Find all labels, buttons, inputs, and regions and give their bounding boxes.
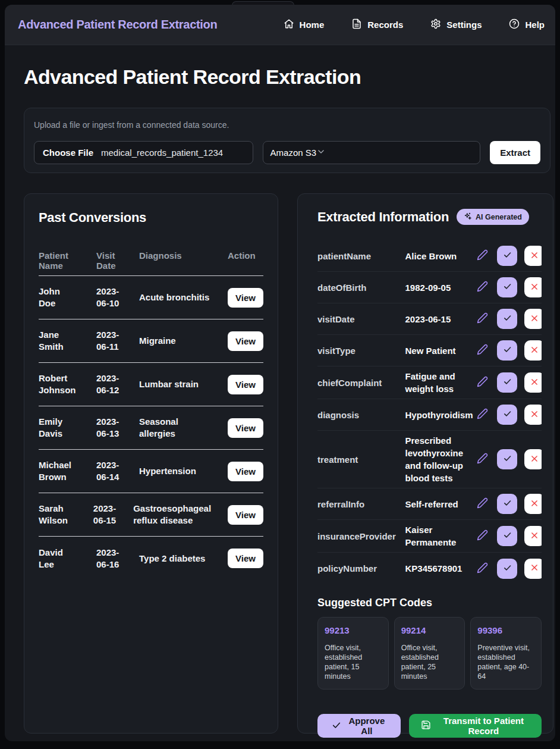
nav-item-label: Help (525, 20, 545, 30)
view-button[interactable]: View (228, 375, 263, 394)
past-conversions-title: Past Conversions (39, 210, 263, 225)
field-row: diagnosis Hypothyroidism (317, 399, 542, 431)
field-row: dateOfBirth 1982-09-05 (317, 272, 542, 303)
approve-field-button[interactable] (497, 309, 517, 329)
upload-card: Upload a file or ingest from a connected… (24, 108, 550, 173)
x-icon (530, 378, 539, 388)
field-key: chiefComplaint (317, 378, 405, 388)
edit-field-button[interactable] (474, 375, 490, 390)
field-key: visitType (317, 346, 405, 356)
reject-field-button[interactable] (524, 559, 542, 579)
field-key: patientName (317, 251, 405, 261)
brand-title: Advanced Patient Record Extraction (18, 18, 217, 32)
view-button[interactable]: View (228, 288, 263, 308)
cpt-card[interactable]: 99213 Office visit, established patient,… (317, 617, 389, 690)
table-row: Sarah Wilson 2023-06-15 Gastroesophageal… (39, 493, 263, 537)
column-header-diagnosis: Diagnosis (139, 250, 228, 271)
view-button[interactable]: View (228, 549, 263, 568)
field-value: 1982-09-05 (405, 281, 474, 294)
edit-field-button[interactable] (474, 528, 490, 544)
approve-field-button[interactable] (497, 277, 517, 297)
nav-item-help[interactable]: Help (509, 18, 545, 32)
nav-item-settings[interactable]: Settings (430, 18, 482, 32)
field-key: diagnosis (317, 410, 405, 420)
edit-field-button[interactable] (474, 280, 490, 295)
extracted-information-title: Extracted Information (317, 209, 449, 225)
file-input[interactable]: Choose File medical_records_patient_1234 (34, 141, 253, 164)
cpt-description: Office visit, established patient, 15 mi… (325, 643, 382, 681)
field-row: policyNumber KP345678901 (317, 553, 542, 584)
reject-field-button[interactable] (524, 449, 542, 469)
check-icon (503, 454, 512, 465)
reject-field-button[interactable] (524, 309, 542, 329)
reject-field-button[interactable] (524, 340, 542, 361)
visit-date-cell: 2023-06-14 (96, 459, 139, 483)
field-row: insuranceProvider Kaiser Permanente (317, 520, 542, 553)
approve-field-button[interactable] (497, 372, 517, 393)
diagnosis-cell: Migraine (139, 335, 228, 347)
approve-field-button[interactable] (497, 405, 517, 425)
field-row: treatment Prescribed levothyroxine and f… (317, 431, 542, 488)
edit-field-button[interactable] (474, 452, 490, 467)
field-value: 2023-06-15 (405, 313, 474, 325)
approve-field-button[interactable] (497, 526, 517, 546)
field-value: KP345678901 (405, 562, 474, 575)
approve-field-button[interactable] (497, 340, 517, 361)
approve-field-button[interactable] (497, 449, 517, 469)
x-icon (530, 531, 539, 541)
choose-file-button[interactable]: Choose File (43, 148, 93, 158)
table-row: Michael Brown 2023-06-14 Hypertension Vi… (39, 450, 263, 493)
field-row: visitType New Patient (317, 335, 542, 366)
cpt-codes-title: Suggested CPT Codes (317, 597, 542, 609)
table-row: Emily Davis 2023-06-13 Seasonal allergie… (39, 406, 263, 450)
pencil-icon (477, 249, 488, 262)
diagnosis-cell: Lumbar strain (139, 378, 228, 390)
field-value: Fatigue and weight loss (405, 370, 474, 395)
patient-name-cell: Jane Smith (39, 329, 96, 353)
reject-field-button[interactable] (524, 526, 542, 546)
field-value: Alice Brown (405, 250, 474, 262)
extracted-information-panel: Extracted Information AI Generated patie… (297, 193, 553, 734)
nav-item-records[interactable]: Records (351, 18, 403, 32)
extract-button[interactable]: Extract (490, 141, 540, 164)
edit-field-button[interactable] (474, 311, 490, 327)
view-button[interactable]: View (228, 462, 263, 481)
edit-field-button[interactable] (474, 407, 490, 422)
edit-field-button[interactable] (474, 248, 490, 264)
cpt-card[interactable]: 99396 Preventive visit, established pati… (470, 617, 542, 690)
nav-item-home[interactable]: Home (284, 18, 325, 32)
x-icon (530, 455, 539, 465)
reject-field-button[interactable] (524, 494, 542, 514)
column-header-patient-name: Patient Name (39, 250, 96, 271)
cpt-code: 99214 (401, 625, 458, 635)
reject-field-button[interactable] (524, 246, 542, 266)
past-conversions-table: Patient Name Visit Date Diagnosis Action… (39, 250, 263, 580)
approve-all-button[interactable]: Approve All (317, 714, 401, 738)
reject-field-button[interactable] (524, 372, 542, 393)
table-row: David Lee 2023-06-16 Type 2 diabetes Vie… (39, 537, 263, 580)
cpt-card[interactable]: 99214 Office visit, established patient,… (394, 617, 465, 690)
approve-field-button[interactable] (497, 494, 517, 514)
transmit-button[interactable]: Transmit to Patient Record (409, 714, 542, 738)
nav-item-label: Home (300, 20, 325, 30)
view-button[interactable]: View (228, 418, 263, 438)
table-row: Robert Johnson 2023-06-12 Lumbar strain … (39, 363, 263, 406)
edit-field-button[interactable] (474, 561, 490, 576)
x-icon (530, 410, 539, 420)
panel-actions: Approve All Transmit to Patient Record (317, 714, 542, 738)
reject-field-button[interactable] (524, 277, 542, 297)
edit-field-button[interactable] (474, 496, 490, 512)
check-icon (503, 282, 512, 293)
pencil-icon (477, 497, 488, 510)
reject-field-button[interactable] (524, 405, 542, 425)
visit-date-cell: 2023-06-16 (96, 547, 139, 571)
upload-hint: Upload a file or ingest from a connected… (34, 120, 540, 130)
view-button[interactable]: View (228, 505, 263, 525)
approve-field-button[interactable] (497, 559, 517, 579)
edit-field-button[interactable] (474, 343, 490, 358)
view-button[interactable]: View (228, 331, 263, 351)
x-icon (530, 251, 539, 261)
data-source-select[interactable]: Amazon S3 (263, 141, 481, 164)
approve-field-button[interactable] (497, 246, 517, 266)
pencil-icon (477, 376, 488, 389)
